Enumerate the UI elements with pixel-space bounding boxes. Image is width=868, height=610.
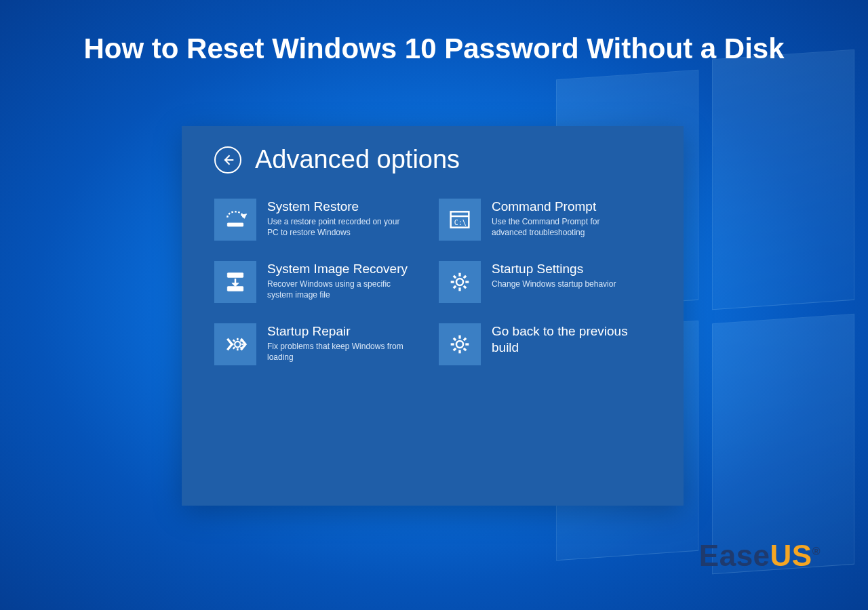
command-prompt-icon: C:\ [439,199,481,241]
svg-marker-8 [232,283,239,287]
brand-registered: ® [812,546,821,557]
svg-text:C:\: C:\ [454,219,467,226]
option-startup-settings[interactable]: Startup Settings Change Windows startup … [439,261,651,303]
svg-line-34 [454,348,456,350]
option-desc: Change Windows startup behavior [492,279,616,289]
go-back-icon [439,323,481,365]
svg-line-32 [454,338,456,340]
startup-repair-icon [214,323,256,365]
option-command-prompt[interactable]: C:\ Command Prompt Use the Command Promp… [439,199,651,241]
svg-rect-6 [227,287,243,291]
brand-ease: Ease [699,539,770,572]
back-button[interactable] [214,146,241,174]
svg-line-35 [464,348,466,350]
option-desc: Recover Windows using a specific system … [267,279,410,300]
svg-point-18 [235,342,240,347]
startup-settings-icon [439,261,481,303]
brand-us: US [770,539,812,572]
option-title: Go back to the previous build [492,323,651,356]
svg-point-9 [456,279,463,285]
option-system-restore[interactable]: System Restore Use a restore point recor… [214,199,427,241]
option-title: System Restore [267,199,410,215]
option-desc: Fix problems that keep Windows from load… [267,341,410,363]
back-arrow-icon [221,153,235,167]
svg-point-27 [456,341,463,348]
option-desc: Use a restore point recorded on your PC … [267,216,410,238]
panel-header: Advanced options [214,145,651,174]
option-system-image-recovery[interactable]: System Image Recovery Recover Windows us… [214,261,427,303]
advanced-options-panel: Advanced options System Restore Use a re… [182,126,684,506]
option-title: Command Prompt [492,199,634,215]
option-title: Startup Repair [267,323,410,340]
svg-line-33 [464,338,466,340]
options-grid: System Restore Use a restore point recor… [214,199,651,365]
svg-line-23 [233,340,235,342]
option-desc: Use the Command Prompt for advanced trou… [492,216,634,238]
option-title: System Image Recovery [267,261,410,277]
svg-line-14 [454,276,456,278]
svg-line-25 [233,347,235,349]
svg-rect-5 [227,273,243,278]
svg-line-17 [464,286,466,288]
page-headline: How to Reset Windows 10 Password Without… [0,33,868,65]
option-go-back-previous-build[interactable]: Go back to the previous build [439,323,651,365]
option-title: Startup Settings [492,261,616,277]
brand-logo: EaseUS® [699,539,821,573]
system-restore-icon [214,199,256,241]
system-image-recovery-icon [214,261,256,303]
svg-line-16 [454,286,456,288]
panel-title: Advanced options [255,145,460,174]
svg-rect-1 [227,223,243,226]
option-startup-repair[interactable]: Startup Repair Fix problems that keep Wi… [214,323,427,365]
svg-marker-0 [241,214,246,219]
svg-line-15 [464,276,466,278]
